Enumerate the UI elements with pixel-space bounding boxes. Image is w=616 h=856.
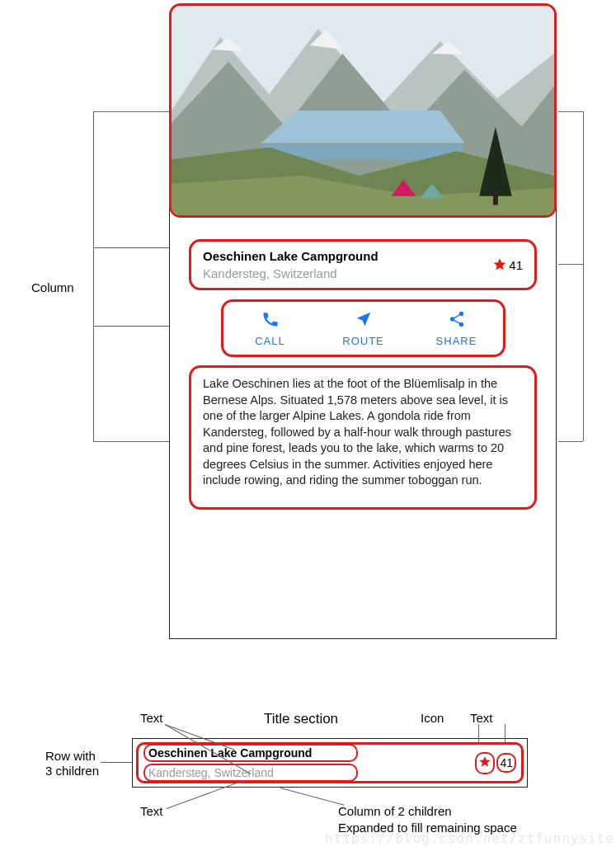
detail-rating-value: 41	[496, 753, 516, 773]
annotation-text-2: Text	[140, 804, 163, 818]
detail-title: Oeschinen Lake Campground	[143, 744, 358, 762]
call-button[interactable]: CALL	[223, 302, 317, 355]
share-icon	[448, 310, 466, 328]
title-section: Oeschinen Lake Campground Kandersteg, Sw…	[189, 239, 537, 290]
route-button[interactable]: ROUTE	[317, 302, 410, 355]
detail-star	[475, 752, 495, 774]
hero-image	[169, 3, 557, 218]
rating: 41	[492, 257, 523, 272]
svg-rect-8	[493, 194, 498, 205]
route-label: ROUTE	[342, 335, 384, 347]
annotation-text-3: Text	[470, 711, 493, 725]
annotation-column-label: Column	[31, 280, 74, 294]
rating-value: 41	[509, 258, 523, 272]
near-me-icon	[355, 310, 373, 328]
share-button[interactable]: SHARE	[410, 302, 503, 355]
annotation-text-1: Text	[140, 711, 163, 725]
annotation-3-children: 3 children	[45, 764, 99, 778]
place-location: Kandersteg, Switzerland	[203, 266, 492, 280]
call-label: CALL	[255, 335, 285, 347]
title-text-column: Oeschinen Lake Campground Kandersteg, Sw…	[203, 249, 492, 280]
star-icon	[478, 755, 491, 769]
detail-heading: Title section	[264, 711, 338, 727]
detail-row-box: Oeschinen Lake Campground Kandersteg, Sw…	[132, 738, 528, 788]
annotation-row-with: Row with	[45, 749, 96, 763]
detail-row: Oeschinen Lake Campground Kandersteg, Sw…	[136, 742, 524, 783]
description-section: Lake Oeschinen lies at the foot of the B…	[189, 365, 537, 510]
share-label: SHARE	[436, 335, 477, 347]
place-title: Oeschinen Lake Campground	[203, 249, 492, 263]
action-row: CALL ROUTE SHARE	[221, 299, 505, 357]
annotation-col-2: Column of 2 children	[338, 804, 452, 818]
detail-rating: 41	[475, 752, 516, 774]
detail-text-column: Oeschinen Lake Campground Kandersteg, Sw…	[143, 744, 473, 782]
watermark: https://blog.csdn.net/ztfunnysite	[325, 830, 614, 846]
phone-icon	[261, 310, 280, 328]
annotation-icon: Icon	[421, 711, 444, 725]
star-icon	[492, 257, 507, 272]
description-text: Lake Oeschinen lies at the foot of the B…	[203, 377, 511, 487]
